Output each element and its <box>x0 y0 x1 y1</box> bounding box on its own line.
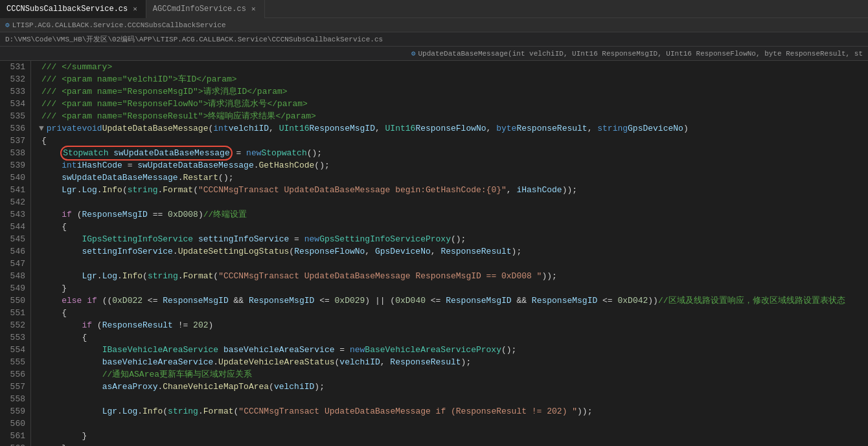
code-area: 5315325335345355365375385395405415425435… <box>0 61 868 446</box>
line-number: 555 <box>0 356 25 368</box>
code-line: asAreaProxy.ChaneVehicleMapToArea(velchi… <box>41 381 868 393</box>
line-number: 531 <box>0 61 25 73</box>
code-line: { <box>41 331 868 344</box>
tab-close-2[interactable]: ✕ <box>249 4 258 14</box>
tab-cccnsubscallbackservice[interactable]: CCCNSubsCallbackService.cs ✕ <box>0 0 146 18</box>
line-number: 556 <box>0 368 25 381</box>
line-number: 558 <box>0 393 25 405</box>
line-number: 549 <box>0 282 25 295</box>
line-number: 538 <box>0 147 25 159</box>
tab-bar: CCCNSubsCallbackService.cs ✕ AGCCmdInfoS… <box>0 0 868 18</box>
code-line: IGpsSettingInfoService settingInfoServic… <box>41 233 868 245</box>
line-number: 534 <box>0 98 25 110</box>
code-line <box>41 258 868 270</box>
line-number: 560 <box>0 418 25 430</box>
method-icon: ⚙ <box>411 49 416 58</box>
tab-label-2: AGCCmdInfoService.cs <box>153 5 246 14</box>
method-breadcrumb-text: UpdateDataBaseMessage(int velchiID, UInt… <box>418 50 863 58</box>
path-text: D:\VMS\Code\VMS_HB\开发区\02编码\APP\LTISP.AC… <box>5 34 383 44</box>
code-line <box>41 418 868 430</box>
code-line: /// </summary> <box>41 61 868 73</box>
line-number: 536 <box>0 122 25 135</box>
line-number: 532 <box>0 73 25 85</box>
code-line: //通知ASArea更新车辆与区域对应关系 <box>41 368 868 381</box>
line-number: 550 <box>0 295 25 307</box>
path-bar: D:\VMS\Code\VMS_HB\开发区\02编码\APP\LTISP.AC… <box>0 32 868 47</box>
code-line: { <box>41 221 868 233</box>
line-number: 553 <box>0 331 25 344</box>
code-line: swUpdateDataBaseMessage.Restart(); <box>41 172 868 184</box>
line-number: 540 <box>0 172 25 184</box>
code-line <box>41 393 868 405</box>
line-number: 541 <box>0 184 25 196</box>
code-line: /// <param name="ResponseMsgID">请求消息ID</… <box>41 85 868 98</box>
code-line <box>41 196 868 208</box>
editor-container: CCCNSubsCallbackService.cs ✕ AGCCmdInfoS… <box>0 0 868 446</box>
line-number: 539 <box>0 159 25 172</box>
code-content[interactable]: /// </summary>/// <param name="velchiID"… <box>31 61 868 446</box>
code-line: IBaseVehicleAreaService baseVehicleAreaS… <box>41 344 868 356</box>
line-number: 533 <box>0 85 25 98</box>
code-line: /// <param name="velchiID">车ID</param> <box>41 73 868 85</box>
code-line: /// <param name="ResponseFlowNo">请求消息流水号… <box>41 98 868 110</box>
code-line: Stopwatch swUpdateDataBaseMessage = new … <box>41 147 868 159</box>
code-line: if (ResponseResult != 202) <box>41 319 868 331</box>
tab-label: CCCNSubsCallbackService.cs <box>6 5 128 14</box>
code-line: settingInfoService.UpdateSettingLogStatu… <box>41 245 868 258</box>
tab-close-1[interactable]: ✕ <box>131 4 139 14</box>
code-line: } <box>41 282 868 295</box>
code-line: /// <param name="ResponseResult">终端响应请求结… <box>41 110 868 122</box>
code-line: ▼private void UpdateDataBaseMessage(int … <box>41 122 868 135</box>
line-number: 548 <box>0 270 25 282</box>
tab-agccmdinfoservice[interactable]: AGCCmdInfoService.cs ✕ <box>146 0 265 18</box>
line-number: 542 <box>0 196 25 208</box>
code-line: else if ((0xD022 <= ResponseMsgID && Res… <box>41 295 868 307</box>
code-line: } <box>41 442 868 446</box>
line-number: 557 <box>0 381 25 393</box>
code-line: Lgr.Log.Info(string.Format("CCCNMsgTrans… <box>41 270 868 282</box>
line-numbers: 5315325335345355365375385395405415425435… <box>0 61 31 446</box>
line-number: 551 <box>0 307 25 319</box>
line-number: 561 <box>0 430 25 442</box>
line-number: 535 <box>0 110 25 122</box>
code-line: { <box>41 307 868 319</box>
code-line: baseVehicleAreaService.UpdateVehicleArea… <box>41 356 868 368</box>
code-line: Lgr.Log.Info(string.Format("CCCNMsgTrans… <box>41 405 868 418</box>
line-number: 554 <box>0 344 25 356</box>
line-number: 544 <box>0 221 25 233</box>
line-number: 547 <box>0 258 25 270</box>
line-number: 562 <box>0 442 25 446</box>
fold-indicator[interactable]: ▼ <box>39 122 44 135</box>
code-line: if (ResponseMsgID == 0xD008)//终端设置 <box>41 208 868 221</box>
breadcrumb-text: LTISP.ACG.CALLBACK.Service.CCCNSubsCallb… <box>12 21 226 29</box>
breadcrumb-icon: ⚙ <box>5 21 10 29</box>
breadcrumb-bar: ⚙ LTISP.ACG.CALLBACK.Service.CCCNSubsCal… <box>0 18 868 32</box>
code-line: int iHashCode = swUpdateDataBaseMessage.… <box>41 159 868 172</box>
code-line: } <box>41 430 868 442</box>
line-number: 537 <box>0 135 25 147</box>
line-number: 559 <box>0 405 25 418</box>
line-number: 546 <box>0 245 25 258</box>
line-number: 543 <box>0 208 25 221</box>
line-number: 552 <box>0 319 25 331</box>
line-number: 545 <box>0 233 25 245</box>
code-line: Lgr.Log.Info(string.Format("CCCNMsgTrans… <box>41 184 868 196</box>
method-breadcrumb-bar: ⚙ UpdateDataBaseMessage(int velchiID, UI… <box>0 47 868 61</box>
